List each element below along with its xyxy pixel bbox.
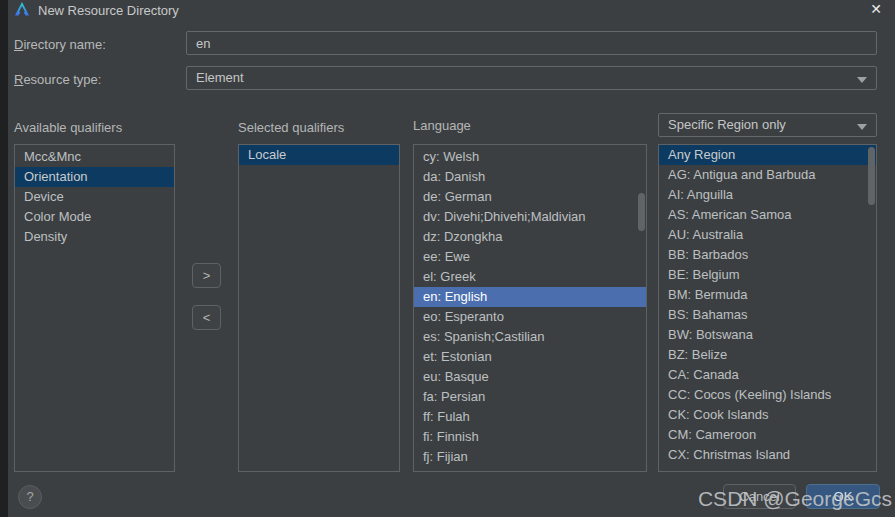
region-filter-value: Specific Region only [668,117,786,132]
list-item[interactable]: da: Danish [414,167,646,187]
chevron-down-icon [857,124,867,130]
android-studio-icon [14,1,30,17]
list-item[interactable]: BS: Bahamas [659,305,876,325]
directory-name-input[interactable] [186,31,877,55]
list-item[interactable]: es: Spanish;Castilian [414,327,646,347]
list-item[interactable]: Mcc&Mnc [15,147,174,167]
watermark: CSDN @GeorgeGcs [698,487,892,511]
language-list[interactable]: cy: Welshda: Danishde: Germandv: Divehi;… [413,144,647,472]
region-list[interactable]: Any RegionAG: Antigua and BarbudaAI: Ang… [658,144,877,472]
list-item[interactable]: BE: Belgium [659,265,876,285]
list-item[interactable]: el: Greek [414,267,646,287]
resource-type-label: Resource type: [14,72,101,87]
selected-qualifiers-label: Selected qualifiers [238,120,344,135]
list-item[interactable]: BW: Botswana [659,325,876,345]
list-item[interactable]: CK: Cook Islands [659,405,876,425]
background-window-strip [0,0,8,517]
dialog-titlebar: New Resource Directory ✕ [8,0,895,22]
list-item[interactable]: Color Mode [15,207,174,227]
list-item[interactable]: CM: Cameroon [659,425,876,445]
available-qualifiers-label: Available qualifiers [14,120,122,135]
list-item[interactable]: Any Region [659,145,876,165]
list-item[interactable]: ff: Fulah [414,407,646,427]
list-item[interactable]: et: Estonian [414,347,646,367]
list-item[interactable]: Density [15,227,174,247]
list-item[interactable]: CX: Christmas Island [659,445,876,465]
language-scrollbar-thumb[interactable] [638,193,645,231]
region-filter-select[interactable]: Specific Region only [658,113,877,137]
list-item[interactable]: dv: Divehi;Dhivehi;Maldivian [414,207,646,227]
directory-name-label: Directory name: [14,37,106,52]
list-item[interactable]: Device [15,187,174,207]
list-item[interactable]: CA: Canada [659,365,876,385]
list-item[interactable]: CC: Cocos (Keeling) Islands [659,385,876,405]
list-item[interactable]: eu: Basque [414,367,646,387]
list-item[interactable]: AU: Australia [659,225,876,245]
list-item[interactable]: Locale [239,145,399,165]
dialog-title: New Resource Directory [38,3,179,18]
move-right-button[interactable]: > [192,263,221,288]
list-item[interactable]: cy: Welsh [414,147,646,167]
move-left-button[interactable]: < [192,305,221,330]
list-item[interactable]: eo: Esperanto [414,307,646,327]
list-item[interactable]: fi: Finnish [414,427,646,447]
list-item[interactable]: AG: Antigua and Barbuda [659,165,876,185]
list-item[interactable]: de: German [414,187,646,207]
list-item[interactable]: ee: Ewe [414,247,646,267]
list-item[interactable]: BM: Bermuda [659,285,876,305]
list-item[interactable]: fa: Persian [414,387,646,407]
resource-type-select[interactable]: Element [186,66,877,90]
list-item[interactable]: BZ: Belize [659,345,876,365]
language-label: Language [413,118,471,133]
list-item[interactable]: fj: Fijian [414,447,646,467]
list-item[interactable]: en: English [414,287,646,307]
region-scrollbar-thumb[interactable] [868,147,875,205]
list-item[interactable]: AS: American Samoa [659,205,876,225]
close-icon[interactable]: ✕ [867,1,885,17]
available-qualifiers-list[interactable]: Mcc&MncOrientationDeviceColor ModeDensit… [14,144,175,472]
resource-type-value: Element [196,70,244,85]
selected-qualifiers-list[interactable]: Locale [238,144,400,472]
list-item[interactable]: Orientation [15,167,174,187]
help-button[interactable]: ? [18,485,42,509]
list-item[interactable]: dz: Dzongkha [414,227,646,247]
list-item[interactable]: AI: Anguilla [659,185,876,205]
list-item[interactable]: BB: Barbados [659,245,876,265]
chevron-down-icon [857,77,867,83]
